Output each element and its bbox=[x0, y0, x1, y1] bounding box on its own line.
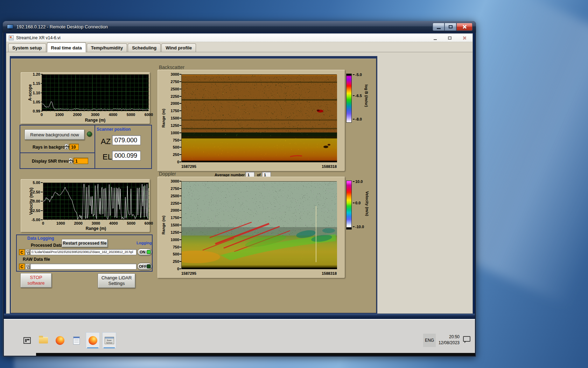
rdp-window: 192.168.0.122 - Remote Desktop Connectio… bbox=[3, 21, 476, 357]
rdp-maximize-button[interactable] bbox=[444, 23, 456, 31]
remote-desktop-screen: StreamLine XR v14-6.vi System setupReal … bbox=[4, 33, 475, 356]
backscatter-graph: Range (m) 300027502500225020001750150012… bbox=[158, 70, 345, 171]
tick-dash bbox=[41, 201, 43, 202]
y-tick-label: 2250 bbox=[171, 94, 179, 98]
rdp-close-button[interactable] bbox=[456, 23, 472, 31]
y-tick-label: 500 bbox=[173, 252, 179, 256]
processed-path-browse-icon[interactable] bbox=[25, 249, 30, 255]
el-label: EL bbox=[103, 152, 112, 162]
tab-real-time-data[interactable]: Real time data bbox=[47, 42, 86, 52]
file-explorer-icon[interactable] bbox=[36, 332, 50, 348]
colorbar-tick: -6.5 bbox=[353, 94, 362, 98]
restore-icon bbox=[448, 36, 451, 40]
az-label: AZ bbox=[101, 137, 111, 146]
colorbar-tick: 0.0 bbox=[353, 201, 360, 205]
restart-processed-file-button[interactable]: Restart processed file bbox=[62, 239, 108, 247]
doppler-x-end: 1588318 bbox=[322, 271, 337, 275]
y-tick-label: 2000 bbox=[171, 208, 179, 212]
y-tick-label: 2250 bbox=[171, 201, 179, 205]
rdp-computer-icon bbox=[7, 25, 13, 29]
y-tick-label: 0.00 bbox=[33, 199, 40, 203]
tick-dash bbox=[41, 210, 43, 211]
raw-data-file-label: RAW Data file bbox=[23, 257, 50, 262]
x-tick-label: 1000 bbox=[55, 113, 64, 117]
backscatter-plot bbox=[181, 74, 337, 162]
app-window-title: StreamLine XR v14-6.vi bbox=[16, 35, 61, 40]
language-indicator[interactable]: ENG bbox=[423, 334, 436, 347]
y-tick-label: 0 bbox=[177, 160, 179, 164]
background-controls-box: Renew background now Rays in background … bbox=[20, 125, 152, 169]
vi-file-icon bbox=[9, 35, 14, 40]
tab-temp-humidity[interactable]: Temp/humidity bbox=[87, 43, 127, 52]
y-tick-label: 2500 bbox=[171, 87, 179, 91]
y-tick-label: 1.05 bbox=[33, 100, 40, 104]
rdp-titlebar[interactable]: 192.168.0.122 - Remote Desktop Connectio… bbox=[3, 21, 476, 33]
colorbar-tick-label: -6.5 bbox=[355, 94, 362, 98]
rays-spinner[interactable] bbox=[64, 144, 69, 150]
firefox-icon[interactable] bbox=[53, 332, 67, 348]
taskbar-clock[interactable]: 20:50 12/08/2023 bbox=[437, 334, 460, 346]
y-tick-label: 1750 bbox=[171, 109, 179, 113]
change-lidar-settings-button[interactable]: Change LiDAR Settings bbox=[98, 273, 135, 288]
firefox-active-icon[interactable] bbox=[86, 332, 100, 348]
notepad-icon[interactable] bbox=[69, 332, 83, 348]
az-value-field[interactable]: 079.000 bbox=[112, 135, 141, 145]
raw-drive-letter-box[interactable]: C bbox=[19, 264, 25, 270]
rays-value-field[interactable]: 10 bbox=[69, 144, 79, 150]
y-tick-label: 500 bbox=[173, 145, 179, 149]
app-titlebar[interactable]: StreamLine XR v14-6.vi bbox=[6, 34, 472, 42]
app-minimize-button[interactable] bbox=[430, 35, 440, 41]
app-close-button[interactable] bbox=[459, 35, 470, 41]
task-view-icon[interactable] bbox=[20, 332, 34, 348]
close-icon bbox=[462, 36, 467, 40]
tab-scheduling[interactable]: Scheduling bbox=[128, 43, 161, 52]
stop-software-button[interactable]: STOP software bbox=[20, 273, 52, 288]
velocity-plot bbox=[43, 183, 149, 220]
raw-path-browse-icon[interactable] bbox=[25, 264, 30, 270]
raw-path-field[interactable] bbox=[30, 264, 136, 270]
y-tick-label: -2.50 bbox=[31, 209, 40, 213]
y-axis: 5.002.500.00-2.50-5.00 bbox=[26, 183, 40, 220]
background-led-indicator bbox=[87, 131, 92, 137]
x-tick-label: 0 bbox=[42, 221, 44, 225]
tab-system-setup[interactable]: System setup bbox=[8, 43, 46, 52]
colorbar-tick: -10.0 bbox=[353, 225, 364, 229]
colorbar-tick-label: -8.0 bbox=[355, 117, 362, 121]
y-tick-label: 2750 bbox=[171, 186, 179, 191]
button-label-line: STOP bbox=[30, 275, 42, 280]
taskbar-icons: Scan Sched bbox=[20, 332, 116, 348]
y-tick-label: 750 bbox=[173, 245, 179, 249]
logging-label: Logging bbox=[136, 241, 152, 245]
tick-dash bbox=[353, 95, 355, 96]
ascope-x-axis-label: Range (m) bbox=[42, 118, 149, 123]
processed-path-field[interactable]: C:\Lidar\Data\Proc\2023\202308\20230812\… bbox=[30, 249, 136, 255]
x-tick-label: 4000 bbox=[109, 113, 117, 117]
button-label-line: Settings bbox=[108, 281, 125, 286]
app-restore-button[interactable] bbox=[444, 35, 455, 41]
logging-off-toggle[interactable]: OFF bbox=[137, 263, 152, 270]
processed-drive-letter-box[interactable]: C bbox=[19, 249, 25, 255]
backscatter-colorbar-label: log B (/m/sr) bbox=[364, 84, 369, 107]
snr-spinner[interactable] bbox=[69, 158, 73, 164]
divider bbox=[94, 125, 95, 168]
tick-dash bbox=[353, 74, 355, 75]
doppler-plot bbox=[181, 181, 337, 269]
y-tick-label: 1250 bbox=[171, 230, 179, 234]
streamline-app-window: StreamLine XR v14-6.vi System setupReal … bbox=[6, 33, 473, 314]
desktop-wallpaper-strip bbox=[4, 314, 475, 319]
maximize-icon bbox=[449, 25, 453, 28]
el-value-field[interactable]: 000.099 bbox=[112, 151, 141, 161]
backscatter-x-end: 1588318 bbox=[322, 164, 337, 169]
doppler-x-start: 1587295 bbox=[181, 271, 196, 275]
snr-value-field[interactable]: 1 bbox=[74, 158, 88, 164]
scan-scheduler-icon[interactable]: Scan Sched bbox=[102, 332, 116, 348]
y-tick-label: 1.15 bbox=[33, 81, 40, 86]
notification-icon[interactable] bbox=[463, 336, 470, 342]
y-tick-label: 3000 bbox=[171, 72, 179, 76]
tab-wind-profile[interactable]: Wind profile bbox=[161, 43, 196, 52]
rdp-minimize-button[interactable] bbox=[433, 23, 444, 31]
logging-on-toggle[interactable]: ON bbox=[137, 248, 152, 255]
renew-background-button[interactable]: Renew background now bbox=[24, 129, 85, 140]
taskbar: Scan Sched ENG 20:50 12/08/2023 bbox=[4, 319, 475, 356]
tick-dash bbox=[41, 219, 43, 220]
